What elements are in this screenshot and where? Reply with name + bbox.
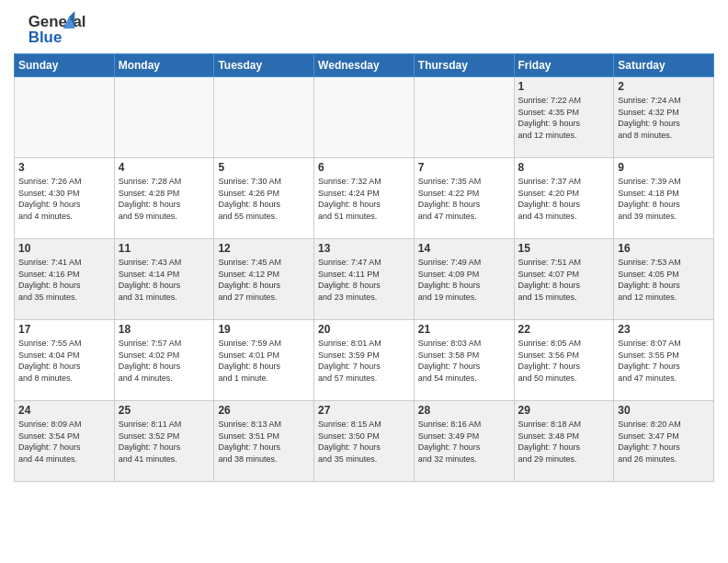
calendar-row-0: 1Sunrise: 7:22 AM Sunset: 4:35 PM Daylig…	[15, 77, 714, 158]
day-info: Sunrise: 8:15 AM Sunset: 3:50 PM Dayligh…	[318, 419, 410, 465]
calendar-cell: 14Sunrise: 7:49 AM Sunset: 4:09 PM Dayli…	[414, 239, 514, 320]
calendar-cell: 16Sunrise: 7:53 AM Sunset: 4:05 PM Dayli…	[614, 239, 714, 320]
calendar-cell	[214, 77, 314, 158]
day-info: Sunrise: 7:28 AM Sunset: 4:28 PM Dayligh…	[119, 176, 210, 222]
calendar-cell	[15, 77, 115, 158]
day-info: Sunrise: 7:59 AM Sunset: 4:01 PM Dayligh…	[218, 338, 310, 384]
weekday-header-thursday: Thursday	[414, 54, 514, 77]
calendar-cell: 7Sunrise: 7:35 AM Sunset: 4:22 PM Daylig…	[414, 158, 514, 239]
calendar-cell: 30Sunrise: 8:20 AM Sunset: 3:47 PM Dayli…	[614, 401, 714, 482]
day-number: 11	[119, 242, 210, 255]
calendar-cell: 17Sunrise: 7:55 AM Sunset: 4:04 PM Dayli…	[15, 320, 115, 401]
day-info: Sunrise: 7:24 AM Sunset: 4:32 PM Dayligh…	[618, 95, 710, 141]
day-info: Sunrise: 7:37 AM Sunset: 4:20 PM Dayligh…	[518, 176, 610, 222]
day-number: 15	[518, 242, 610, 255]
day-info: Sunrise: 7:26 AM Sunset: 4:30 PM Dayligh…	[18, 176, 110, 222]
day-info: Sunrise: 7:32 AM Sunset: 4:24 PM Dayligh…	[318, 176, 410, 222]
day-info: Sunrise: 8:01 AM Sunset: 3:59 PM Dayligh…	[318, 338, 410, 384]
calendar-cell: 20Sunrise: 8:01 AM Sunset: 3:59 PM Dayli…	[314, 320, 415, 401]
header: General Blue	[14, 9, 714, 46]
calendar-cell: 28Sunrise: 8:16 AM Sunset: 3:49 PM Dayli…	[414, 401, 514, 482]
day-info: Sunrise: 8:16 AM Sunset: 3:49 PM Dayligh…	[418, 419, 510, 465]
calendar-cell	[414, 77, 514, 158]
day-info: Sunrise: 7:45 AM Sunset: 4:12 PM Dayligh…	[218, 257, 310, 303]
day-number: 7	[418, 161, 510, 174]
day-info: Sunrise: 7:47 AM Sunset: 4:11 PM Dayligh…	[318, 257, 410, 303]
weekday-header-sunday: Sunday	[15, 54, 115, 77]
day-number: 13	[318, 242, 410, 255]
weekday-header-saturday: Saturday	[614, 54, 714, 77]
day-number: 19	[218, 323, 310, 336]
calendar-cell: 11Sunrise: 7:43 AM Sunset: 4:14 PM Dayli…	[114, 239, 214, 320]
day-info: Sunrise: 7:41 AM Sunset: 4:16 PM Dayligh…	[18, 257, 110, 303]
weekday-header-monday: Monday	[114, 54, 214, 77]
day-info: Sunrise: 8:20 AM Sunset: 3:47 PM Dayligh…	[618, 419, 710, 465]
day-number: 1	[518, 80, 610, 93]
day-number: 23	[618, 323, 710, 336]
day-number: 12	[218, 242, 310, 255]
day-number: 16	[618, 242, 710, 255]
calendar-cell: 25Sunrise: 8:11 AM Sunset: 3:52 PM Dayli…	[114, 401, 214, 482]
calendar-cell: 26Sunrise: 8:13 AM Sunset: 3:51 PM Dayli…	[214, 401, 314, 482]
calendar-row-3: 17Sunrise: 7:55 AM Sunset: 4:04 PM Dayli…	[15, 320, 714, 401]
day-number: 4	[119, 161, 210, 174]
day-info: Sunrise: 7:51 AM Sunset: 4:07 PM Dayligh…	[518, 257, 610, 303]
calendar-cell: 2Sunrise: 7:24 AM Sunset: 4:32 PM Daylig…	[614, 77, 714, 158]
day-number: 20	[318, 323, 410, 336]
day-number: 26	[218, 404, 310, 417]
day-number: 27	[318, 404, 410, 417]
weekday-header-tuesday: Tuesday	[214, 54, 314, 77]
calendar-cell: 9Sunrise: 7:39 AM Sunset: 4:18 PM Daylig…	[614, 158, 714, 239]
day-info: Sunrise: 7:39 AM Sunset: 4:18 PM Dayligh…	[618, 176, 710, 222]
day-number: 9	[618, 161, 710, 174]
calendar-cell: 6Sunrise: 7:32 AM Sunset: 4:24 PM Daylig…	[314, 158, 415, 239]
day-number: 28	[418, 404, 510, 417]
day-number: 3	[18, 161, 110, 174]
day-number: 25	[119, 404, 210, 417]
day-info: Sunrise: 7:53 AM Sunset: 4:05 PM Dayligh…	[618, 257, 710, 303]
calendar-cell: 5Sunrise: 7:30 AM Sunset: 4:26 PM Daylig…	[214, 158, 314, 239]
logo-icon: General Blue	[14, 9, 87, 46]
day-number: 8	[518, 161, 610, 174]
day-number: 17	[18, 323, 110, 336]
day-info: Sunrise: 7:30 AM Sunset: 4:26 PM Dayligh…	[218, 176, 310, 222]
calendar-cell: 24Sunrise: 8:09 AM Sunset: 3:54 PM Dayli…	[15, 401, 115, 482]
day-info: Sunrise: 7:49 AM Sunset: 4:09 PM Dayligh…	[418, 257, 510, 303]
day-info: Sunrise: 8:18 AM Sunset: 3:48 PM Dayligh…	[518, 419, 610, 465]
day-info: Sunrise: 8:11 AM Sunset: 3:52 PM Dayligh…	[119, 419, 210, 465]
calendar-cell: 12Sunrise: 7:45 AM Sunset: 4:12 PM Dayli…	[214, 239, 314, 320]
calendar-cell: 19Sunrise: 7:59 AM Sunset: 4:01 PM Dayli…	[214, 320, 314, 401]
day-info: Sunrise: 7:35 AM Sunset: 4:22 PM Dayligh…	[418, 176, 510, 222]
day-info: Sunrise: 8:13 AM Sunset: 3:51 PM Dayligh…	[218, 419, 310, 465]
calendar-table: SundayMondayTuesdayWednesdayThursdayFrid…	[14, 53, 714, 482]
day-number: 29	[518, 404, 610, 417]
calendar-cell: 29Sunrise: 8:18 AM Sunset: 3:48 PM Dayli…	[514, 401, 614, 482]
calendar-cell	[114, 77, 214, 158]
calendar-cell	[314, 77, 415, 158]
calendar-cell: 18Sunrise: 7:57 AM Sunset: 4:02 PM Dayli…	[114, 320, 214, 401]
day-number: 14	[418, 242, 510, 255]
day-info: Sunrise: 8:09 AM Sunset: 3:54 PM Dayligh…	[18, 419, 110, 465]
day-number: 24	[18, 404, 110, 417]
calendar-row-2: 10Sunrise: 7:41 AM Sunset: 4:16 PM Dayli…	[15, 239, 714, 320]
day-info: Sunrise: 8:05 AM Sunset: 3:56 PM Dayligh…	[518, 338, 610, 384]
calendar-cell: 1Sunrise: 7:22 AM Sunset: 4:35 PM Daylig…	[514, 77, 614, 158]
calendar-cell: 27Sunrise: 8:15 AM Sunset: 3:50 PM Dayli…	[314, 401, 415, 482]
calendar-cell: 4Sunrise: 7:28 AM Sunset: 4:28 PM Daylig…	[114, 158, 214, 239]
day-number: 18	[119, 323, 210, 336]
calendar-cell: 8Sunrise: 7:37 AM Sunset: 4:20 PM Daylig…	[514, 158, 614, 239]
day-number: 22	[518, 323, 610, 336]
day-info: Sunrise: 7:22 AM Sunset: 4:35 PM Dayligh…	[518, 95, 610, 141]
day-info: Sunrise: 7:55 AM Sunset: 4:04 PM Dayligh…	[18, 338, 110, 384]
day-number: 2	[618, 80, 710, 93]
page: General Blue SundayMondayTuesdayWednesda…	[0, 0, 728, 563]
svg-text:Blue: Blue	[28, 29, 62, 46]
calendar-cell: 3Sunrise: 7:26 AM Sunset: 4:30 PM Daylig…	[15, 158, 115, 239]
weekday-header-friday: Friday	[514, 54, 614, 77]
weekday-header-wednesday: Wednesday	[314, 54, 415, 77]
day-number: 10	[18, 242, 110, 255]
calendar-cell: 15Sunrise: 7:51 AM Sunset: 4:07 PM Dayli…	[514, 239, 614, 320]
calendar-cell: 21Sunrise: 8:03 AM Sunset: 3:58 PM Dayli…	[414, 320, 514, 401]
day-number: 21	[418, 323, 510, 336]
calendar-cell: 22Sunrise: 8:05 AM Sunset: 3:56 PM Dayli…	[514, 320, 614, 401]
